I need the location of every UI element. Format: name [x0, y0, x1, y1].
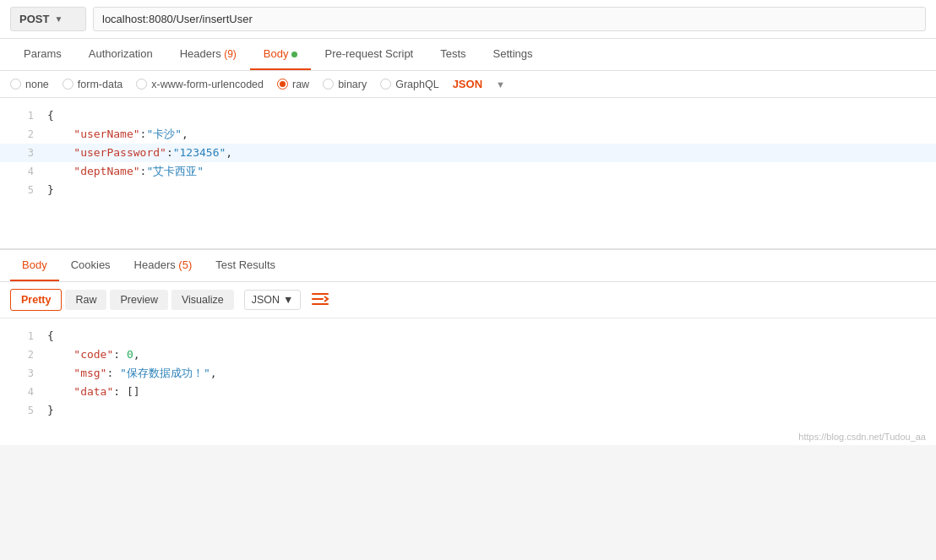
resp-tab-headers[interactable]: Headers (5) [122, 250, 204, 281]
radio-urlencoded-label: x-www-form-urlencoded [151, 79, 264, 90]
resp-line-2: 2 "code": 0, [0, 345, 936, 364]
radio-graphql-circle [380, 79, 391, 90]
radio-binary[interactable]: binary [323, 79, 367, 90]
fmt-raw[interactable]: Raw [65, 290, 106, 310]
req-line-1: 1 { [0, 106, 936, 125]
tab-pre-request[interactable]: Pre-request Script [311, 39, 427, 70]
resp-line-3: 3 "msg": "保存数据成功！", [0, 364, 936, 383]
tab-authorization[interactable]: Authorization [75, 39, 166, 70]
req-line-4: 4 "deptName":"艾卡西亚" [0, 162, 936, 181]
method-dropdown-icon: ▼ [54, 14, 63, 24]
svg-rect-1 [312, 298, 324, 300]
tab-params[interactable]: Params [10, 39, 75, 70]
url-input[interactable] [93, 7, 926, 31]
response-json-select[interactable]: JSON ▼ [244, 290, 302, 310]
radio-binary-circle [323, 79, 334, 90]
tab-tests[interactable]: Tests [427, 39, 479, 70]
resp-line-5: 5 } [0, 401, 936, 420]
response-body-viewer: 1 { 2 "code": 0, 3 "msg": "保存数据成功！", 4 "… [0, 318, 936, 428]
radio-raw-label: raw [292, 79, 309, 90]
radio-none-label: none [25, 79, 49, 90]
response-tabs: Body Cookies Headers (5) Test Results [0, 250, 936, 282]
svg-rect-0 [312, 293, 329, 295]
resp-tab-body[interactable]: Body [10, 250, 59, 281]
response-section: Body Cookies Headers (5) Test Results Pr… [0, 250, 936, 445]
method-label: POST [19, 13, 49, 25]
radio-none-circle [10, 79, 21, 90]
method-select[interactable]: POST ▼ [10, 7, 86, 31]
request-tabs: Params Authorization Headers (9) Body Pr… [0, 39, 936, 71]
tab-headers[interactable]: Headers (9) [166, 39, 250, 70]
radio-raw-circle [277, 79, 288, 90]
request-body-editor[interactable]: 1 { 2 "userName":"卡沙", 3 "userPassword":… [0, 98, 936, 250]
svg-rect-2 [312, 303, 329, 305]
json-dropdown-arrow[interactable]: ▼ [496, 79, 505, 90]
footer-watermark: https://blog.csdn.net/Tudou_aa [0, 428, 936, 445]
req-line-5: 5 } [0, 181, 936, 199]
url-bar: POST ▼ [0, 0, 936, 39]
tab-body[interactable]: Body [250, 39, 312, 70]
radio-form-data[interactable]: form-data [63, 79, 123, 90]
resp-line-1: 1 { [0, 327, 936, 345]
wrap-icon[interactable] [311, 291, 329, 309]
radio-raw[interactable]: raw [277, 79, 309, 90]
fmt-visualize[interactable]: Visualize [171, 290, 234, 310]
tab-settings[interactable]: Settings [480, 39, 547, 70]
json-type-label[interactable]: JSON [453, 78, 482, 90]
req-line-2: 2 "userName":"卡沙", [0, 125, 936, 144]
fmt-pretty[interactable]: Pretty [10, 289, 62, 311]
radio-graphql[interactable]: GraphQL [380, 79, 438, 90]
resp-dropdown-arrow: ▼ [283, 294, 293, 306]
radio-binary-label: binary [338, 79, 367, 90]
resp-tab-cookies[interactable]: Cookies [59, 250, 122, 281]
radio-graphql-label: GraphQL [395, 79, 438, 90]
resp-json-label: JSON [252, 294, 280, 306]
resp-line-4: 4 "data": [] [0, 383, 936, 401]
radio-urlencoded-circle [136, 79, 147, 90]
radio-none[interactable]: none [10, 79, 49, 90]
resp-tab-test-results[interactable]: Test Results [204, 250, 287, 281]
fmt-preview[interactable]: Preview [110, 290, 167, 310]
body-type-row: none form-data x-www-form-urlencoded raw… [0, 71, 936, 98]
response-format-row: Pretty Raw Preview Visualize JSON ▼ [0, 282, 936, 318]
radio-form-data-circle [63, 79, 73, 90]
body-dot [291, 52, 297, 57]
radio-urlencoded[interactable]: x-www-form-urlencoded [136, 79, 264, 90]
radio-form-data-label: form-data [78, 79, 123, 90]
req-line-3: 3 "userPassword":"123456", [0, 144, 936, 162]
